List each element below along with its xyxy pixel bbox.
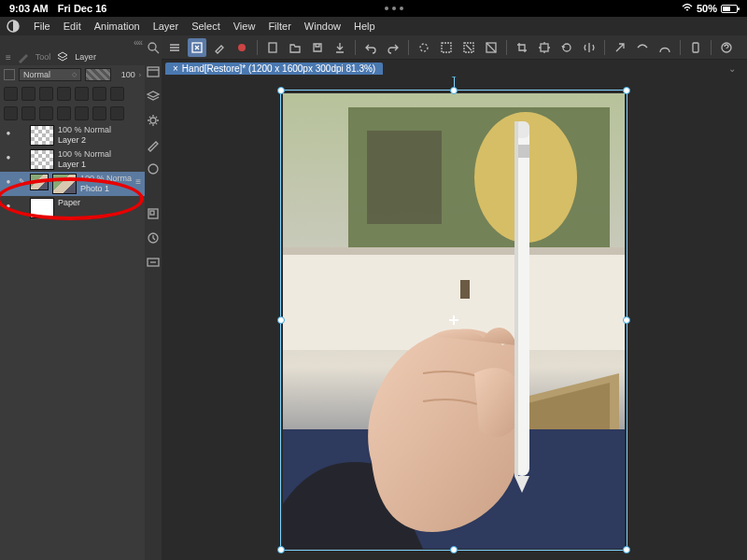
layers-icon[interactable] xyxy=(145,88,162,105)
resize-handle-n[interactable] xyxy=(450,87,458,94)
undo-icon[interactable] xyxy=(361,38,380,57)
grid-icon[interactable] xyxy=(655,38,674,57)
tab-overflow-icon[interactable]: ⌄ xyxy=(719,63,745,74)
resize-handle-s[interactable] xyxy=(450,546,458,553)
crop-icon[interactable] xyxy=(513,38,531,57)
redo-icon[interactable] xyxy=(384,38,402,57)
resize-handle-sw[interactable] xyxy=(277,546,285,553)
layer-action-button[interactable] xyxy=(110,106,124,120)
layer-row[interactable]: ● 100 % Normal Layer 2 xyxy=(0,123,145,147)
collapse-right-icon[interactable] xyxy=(743,38,747,57)
layer-action-button[interactable] xyxy=(75,87,89,101)
layer-thumbnail[interactable] xyxy=(30,198,54,218)
search-icon[interactable] xyxy=(145,39,162,56)
layer-tab-icon[interactable] xyxy=(56,50,69,63)
lock-alpha-toggle[interactable] xyxy=(4,69,15,80)
layer-tab-label[interactable]: Layer xyxy=(75,52,96,62)
layer-thumbnail[interactable] xyxy=(52,174,77,194)
resize-handle-w[interactable] xyxy=(277,316,285,324)
menu-help[interactable]: Help xyxy=(354,21,375,32)
menu-layer[interactable]: Layer xyxy=(153,21,179,32)
layer-action-button[interactable] xyxy=(21,87,35,101)
snap-icon[interactable] xyxy=(611,38,629,57)
layer-thumbnail[interactable] xyxy=(30,149,54,170)
loading-icon[interactable] xyxy=(415,38,433,57)
transform-bounding-box[interactable] xyxy=(280,90,627,551)
layer-row[interactable]: ● 100 % Normal Layer 1 xyxy=(0,147,145,172)
rotate-icon[interactable] xyxy=(557,38,576,57)
panel-menu-icon[interactable]: ≡ xyxy=(6,52,11,63)
menu-edit[interactable]: Edit xyxy=(63,21,81,32)
opacity-stepper[interactable]: › xyxy=(139,72,141,78)
tool-tab-icon[interactable] xyxy=(17,50,30,63)
visibility-toggle[interactable]: ● xyxy=(4,149,13,161)
layer-name[interactable]: Layer 1 xyxy=(58,160,141,170)
history-icon[interactable] xyxy=(145,230,162,246)
layer-name[interactable]: Layer 2 xyxy=(58,135,141,146)
layer-thumbnail[interactable] xyxy=(30,125,54,146)
tool-tab-label[interactable]: Tool xyxy=(35,52,51,62)
layer-mask-thumbnail[interactable] xyxy=(30,174,49,190)
flip-icon[interactable] xyxy=(580,38,599,57)
layer-action-button[interactable] xyxy=(57,106,71,120)
menu-view[interactable]: View xyxy=(233,21,256,32)
visibility-toggle[interactable]: ● xyxy=(4,198,13,210)
deselect-icon[interactable] xyxy=(459,38,478,57)
menu-filter[interactable]: Filter xyxy=(268,21,290,32)
open-icon[interactable] xyxy=(286,38,304,57)
layer-action-button[interactable] xyxy=(4,106,18,120)
export-icon[interactable] xyxy=(331,38,349,57)
menu-window[interactable]: Window xyxy=(304,21,341,32)
resize-handle-nw[interactable] xyxy=(277,87,285,94)
panel-collapse-handle[interactable]: « « xyxy=(0,35,145,49)
close-tab-icon[interactable]: × xyxy=(173,63,178,74)
layer-row-selected[interactable]: ● ✎ 100 % Normal Photo 1 ≡ xyxy=(0,172,145,196)
resize-handle-se[interactable] xyxy=(623,546,630,553)
layer-action-button[interactable] xyxy=(92,106,106,120)
invert-icon[interactable] xyxy=(482,38,500,57)
opacity-slider[interactable] xyxy=(85,68,111,81)
record-icon[interactable] xyxy=(233,38,251,57)
layer-action-button[interactable] xyxy=(57,87,71,101)
visibility-toggle[interactable]: ● xyxy=(4,174,13,186)
transform-tool-icon[interactable] xyxy=(188,38,206,57)
layer-action-button[interactable] xyxy=(75,106,89,120)
layer-row[interactable]: ● Paper xyxy=(0,196,145,220)
layer-action-button[interactable] xyxy=(4,87,18,101)
rotate-handle[interactable] xyxy=(450,77,458,77)
navigator-icon[interactable] xyxy=(145,205,162,222)
layer-action-button[interactable] xyxy=(39,106,53,120)
layer-action-button[interactable] xyxy=(21,106,35,120)
layer-name[interactable]: Photo 1 xyxy=(80,184,132,194)
canvas-size-icon[interactable] xyxy=(535,38,554,57)
help-icon[interactable] xyxy=(717,38,736,57)
menu-animation[interactable]: Animation xyxy=(94,21,140,32)
select-all-icon[interactable] xyxy=(437,38,456,57)
blend-mode-select[interactable]: Normal◇ xyxy=(19,68,81,81)
resize-handle-e[interactable] xyxy=(623,316,630,324)
resize-handle-ne[interactable] xyxy=(623,87,630,94)
settings-icon[interactable] xyxy=(145,112,162,129)
opacity-value[interactable]: 100 xyxy=(115,70,135,79)
layer-action-button[interactable] xyxy=(39,87,53,101)
layer-action-button[interactable] xyxy=(92,87,106,101)
layer-menu-icon[interactable]: ≡ xyxy=(135,174,141,187)
transform-center-icon[interactable] xyxy=(449,315,458,325)
window-icon[interactable] xyxy=(145,63,162,80)
canvas-viewport[interactable] xyxy=(162,77,747,560)
edit-tool-icon[interactable] xyxy=(210,38,229,57)
visibility-toggle[interactable]: ● xyxy=(4,125,13,137)
save-icon[interactable] xyxy=(308,38,327,57)
menu-file[interactable]: File xyxy=(34,21,50,32)
ruler-icon[interactable] xyxy=(633,38,652,57)
device-icon[interactable] xyxy=(686,38,705,57)
tool-icon[interactable] xyxy=(145,161,162,177)
layer-name[interactable]: Paper xyxy=(58,198,141,208)
new-icon[interactable] xyxy=(263,38,282,57)
tool-icon[interactable] xyxy=(145,136,162,153)
info-icon[interactable] xyxy=(145,254,162,271)
menu-icon[interactable] xyxy=(165,38,184,57)
layer-action-button[interactable] xyxy=(110,87,124,101)
app-logo-icon[interactable] xyxy=(6,19,21,34)
menu-select[interactable]: Select xyxy=(191,21,220,32)
